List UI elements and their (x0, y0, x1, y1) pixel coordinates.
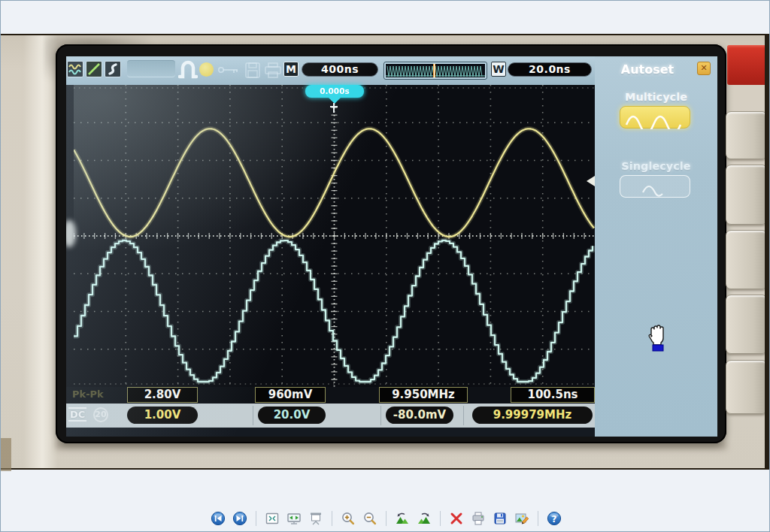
waveform-overview-strip (384, 62, 487, 79)
rotate-right-icon[interactable] (417, 511, 432, 526)
previous-image-icon[interactable] (211, 511, 226, 526)
toolbar-separator (440, 511, 441, 526)
readout-separator (463, 406, 464, 425)
toolbar-separator (256, 511, 256, 526)
soft-key-button (726, 111, 766, 159)
actual-size-icon[interactable] (286, 511, 302, 526)
dc-coupling-icon: DC (68, 407, 86, 422)
measurement-row: Pk-Pk 2.80V960mV9.950MHz100.5ns (66, 387, 595, 404)
measurement-value: 100.5ns (511, 387, 595, 403)
help-icon[interactable]: ? (547, 511, 562, 526)
readout-separator (253, 406, 253, 425)
pulse-icon (178, 60, 198, 83)
red-panel-strip (727, 45, 766, 85)
soft-key-button (726, 295, 766, 354)
panel-edge (1, 438, 11, 471)
rotate-left-icon[interactable] (395, 511, 410, 526)
zoom-out-icon[interactable] (362, 511, 377, 526)
slideshow-icon[interactable] (308, 511, 323, 526)
scope-status-bar: M 400ns W 20.0ns (66, 56, 595, 85)
channels-icon (67, 61, 83, 77)
sequence-icon (105, 61, 121, 77)
soft-key-button (726, 165, 766, 225)
main-timebase-value: 400ns (302, 62, 378, 77)
fit-to-window-icon[interactable] (265, 511, 280, 526)
singlecycle-button (620, 175, 690, 198)
print-icon (264, 62, 282, 83)
channel-readout: 20.0V (258, 407, 326, 424)
bandwidth-limit-icon: 20 (93, 407, 108, 422)
trigger-position-marker (333, 103, 335, 113)
channel-readout: 9.99979MHz (472, 407, 593, 424)
screen-bezel: M 400ns W 20.0ns Autoset ✕ Multicycle Si… (56, 44, 726, 443)
soft-key-button (726, 230, 766, 289)
measurement-source-label: Pk-Pk (72, 388, 104, 400)
save-icon[interactable] (493, 511, 508, 526)
edit-image-icon[interactable] (514, 511, 529, 526)
window-timebase-label: W (491, 62, 506, 77)
scope-lcd: M 400ns W 20.0ns Autoset ✕ Multicycle Si… (66, 56, 717, 437)
graticule-area: 0.000s (74, 85, 595, 387)
autoset-menu-title: Autoset (595, 62, 700, 77)
readout-separator (380, 406, 381, 425)
multicycle-label: Multicycle (595, 91, 717, 103)
channel-readout: -80.0mV (386, 407, 453, 424)
trigger-level-arrow (587, 176, 595, 186)
slope-icon (86, 61, 102, 77)
print-icon[interactable] (471, 511, 486, 526)
window-timebase-value: 20.0ns (508, 62, 592, 77)
measurement-value: 960mV (255, 387, 326, 403)
menu-close-icon: ✕ (697, 62, 711, 75)
delete-icon[interactable] (449, 511, 464, 526)
zoom-in-icon[interactable] (341, 511, 356, 526)
photo-right-edge (765, 35, 770, 468)
waveform-plot (74, 85, 595, 387)
svg-text:?: ? (551, 514, 556, 524)
save-icon (244, 62, 261, 83)
record-icon (199, 62, 214, 77)
singlecycle-label: Singlecycle (595, 160, 717, 172)
toolbar-separator (538, 511, 538, 526)
panel-highlight (23, 35, 58, 468)
main-timebase-label: M (283, 62, 299, 77)
autoset-menu: Autoset ✕ Multicycle Singlecycle (595, 56, 717, 437)
channel-readout: 1.00V (127, 407, 198, 424)
toolbar-separator (332, 511, 332, 526)
measurement-value: 9.950MHz (379, 387, 468, 403)
soft-key-button (726, 360, 766, 414)
oscilloscope-photo[interactable]: M 400ns W 20.0ns Autoset ✕ Multicycle Si… (1, 34, 770, 470)
next-image-icon[interactable] (232, 511, 247, 526)
measurement-value: 2.80V (127, 387, 198, 403)
viewer-toolbar: ? (1, 507, 770, 530)
status-slot (127, 60, 175, 77)
channel-readout-row: DC 20 1.00V20.0V-80.0mV9.99979MHz (66, 404, 595, 428)
toolbar-separator (386, 511, 387, 526)
lcd-bottom-edge (66, 428, 595, 437)
waveform-display: 0.000s (66, 85, 595, 387)
key-icon (217, 63, 240, 80)
trigger-position-tag: 0.000s (305, 85, 364, 98)
multicycle-button (620, 106, 690, 128)
trigger-position-marker-bar (330, 106, 338, 107)
